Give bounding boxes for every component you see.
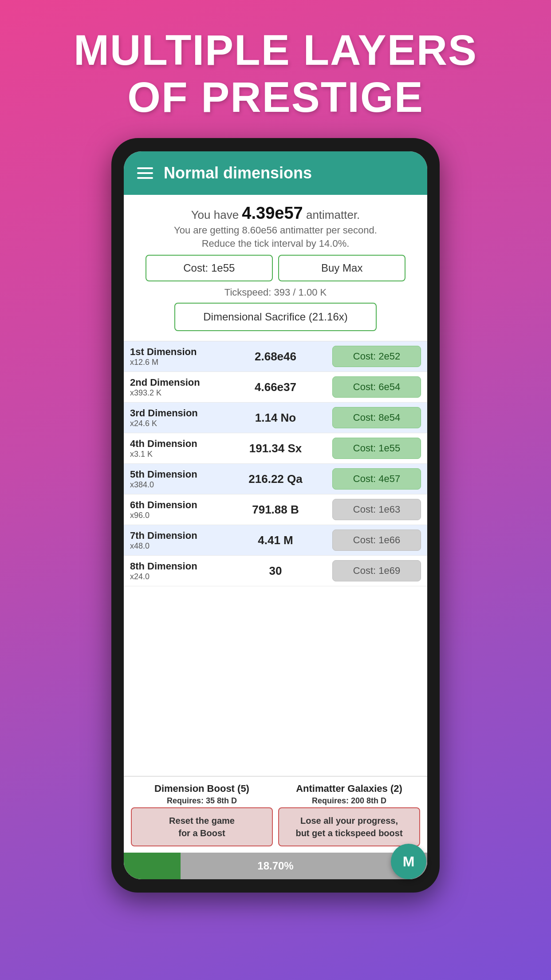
- dim-label: 2nd Dimension x393.2 K: [130, 377, 219, 398]
- boost-title: Dimension Boost (5): [154, 783, 249, 794]
- dim-cost-button[interactable]: Cost: 1e55: [332, 438, 421, 459]
- phone-screen: Normal dimensions You have 4.39e57 antim…: [124, 151, 427, 879]
- tickspeed-buttons: Cost: 1e55 Buy Max: [146, 255, 406, 281]
- phone-mockup: Normal dimensions You have 4.39e57 antim…: [111, 138, 440, 893]
- dim-amount: 4.41 M: [219, 533, 332, 547]
- headline-line1: MULTIPLE LAYERS: [74, 26, 477, 74]
- dim-mult: x24.6 K: [130, 419, 219, 428]
- dim-name: 8th Dimension: [130, 561, 219, 572]
- dim-cost-button[interactable]: Cost: 1e63: [332, 499, 421, 520]
- dim-mult: x3.1 K: [130, 450, 219, 459]
- progress-bar-section: 18.70%: [124, 853, 427, 879]
- dim-amount: 216.22 Qa: [219, 472, 332, 486]
- menu-icon[interactable]: [137, 167, 153, 179]
- dim-name: 5th Dimension: [130, 469, 219, 480]
- dim-amount: 30: [219, 564, 332, 578]
- progress-text: 18.70%: [124, 860, 427, 872]
- dim-cost-button[interactable]: Cost: 1e69: [332, 560, 421, 581]
- dim-cost-button[interactable]: Cost: 2e52: [332, 346, 421, 367]
- dim-name: 6th Dimension: [130, 499, 219, 511]
- dim-amount: 2.68e46: [219, 350, 332, 364]
- dim-mult: x393.2 K: [130, 388, 219, 398]
- dim-name: 1st Dimension: [130, 346, 219, 358]
- dim-cost-button[interactable]: Cost: 6e54: [332, 376, 421, 398]
- dim-label: 6th Dimension x96.0: [130, 499, 219, 520]
- dim-mult: x96.0: [130, 511, 219, 520]
- dim-cost-button[interactable]: Cost: 4e57: [332, 468, 421, 490]
- top-stats: You have 4.39e57 antimatter. You are get…: [124, 195, 427, 341]
- antimatter-line: You have 4.39e57 antimatter.: [131, 204, 420, 223]
- boost-card: Dimension Boost (5) Requires: 35 8th D R…: [131, 783, 273, 846]
- table-row: 5th Dimension x384.0 216.22 Qa Cost: 4e5…: [124, 464, 427, 494]
- dim-amount: 4.66e37: [219, 380, 332, 394]
- dim-label: 3rd Dimension x24.6 K: [130, 407, 219, 428]
- galaxy-button[interactable]: Lose all your progress,but get a tickspe…: [278, 807, 420, 846]
- dimensions-table: 1st Dimension x12.6 M 2.68e46 Cost: 2e52…: [124, 341, 427, 776]
- dim-amount: 191.34 Sx: [219, 442, 332, 455]
- dim-cost-button[interactable]: Cost: 8e54: [332, 407, 421, 428]
- dim-label: 7th Dimension x48.0: [130, 530, 219, 551]
- dim-name: 4th Dimension: [130, 438, 219, 450]
- antimatter-label: antimatter.: [306, 208, 360, 221]
- galaxy-title: Antimatter Galaxies (2): [296, 783, 402, 794]
- sacrifice-wrap: Dimensional Sacrifice (21.16x): [131, 303, 420, 331]
- galaxy-req: Requires: 200 8th D: [312, 796, 386, 806]
- dim-label: 8th Dimension x24.0: [130, 561, 219, 581]
- fab-button[interactable]: M: [391, 844, 426, 879]
- buy-max-button[interactable]: Buy Max: [278, 255, 405, 281]
- dim-mult: x48.0: [130, 541, 219, 551]
- headline: MULTIPLE LAYERS OF PRESTIGE: [47, 0, 504, 138]
- dim-label: 4th Dimension x3.1 K: [130, 438, 219, 459]
- dim-cost-button[interactable]: Cost: 1e66: [332, 530, 421, 551]
- table-row: 4th Dimension x3.1 K 191.34 Sx Cost: 1e5…: [124, 433, 427, 464]
- prestige-section: Dimension Boost (5) Requires: 35 8th D R…: [124, 776, 427, 853]
- dim-label: 1st Dimension x12.6 M: [130, 346, 219, 367]
- dim-mult: x384.0: [130, 480, 219, 490]
- tickspeed-info: Tickspeed: 393 / 1.00 K: [131, 287, 420, 298]
- dim-label: 5th Dimension x384.0: [130, 469, 219, 490]
- dim-name: 2nd Dimension: [130, 377, 219, 388]
- table-row: 1st Dimension x12.6 M 2.68e46 Cost: 2e52: [124, 341, 427, 372]
- content-area: You have 4.39e57 antimatter. You are get…: [124, 195, 427, 879]
- dim-mult: x12.6 M: [130, 358, 219, 367]
- table-row: 8th Dimension x24.0 30 Cost: 1e69: [124, 556, 427, 586]
- reduce-tick-text: Reduce the tick interval by 14.0%.: [131, 238, 420, 249]
- per-second-text: You are getting 8.60e56 antimatter per s…: [131, 225, 420, 236]
- antimatter-value: 4.39e57: [242, 204, 303, 222]
- table-row: 2nd Dimension x393.2 K 4.66e37 Cost: 6e5…: [124, 372, 427, 403]
- galaxy-card: Antimatter Galaxies (2) Requires: 200 8t…: [278, 783, 420, 846]
- boost-req: Requires: 35 8th D: [167, 796, 237, 806]
- you-have-label: You have: [191, 208, 239, 221]
- dim-mult: x24.0: [130, 572, 219, 581]
- headline-line2: OF PRESTIGE: [127, 73, 423, 121]
- table-row: 3rd Dimension x24.6 K 1.14 No Cost: 8e54: [124, 403, 427, 433]
- dim-amount: 1.14 No: [219, 411, 332, 425]
- dim-name: 3rd Dimension: [130, 407, 219, 419]
- app-bar: Normal dimensions: [124, 151, 427, 195]
- sacrifice-button[interactable]: Dimensional Sacrifice (21.16x): [174, 303, 377, 331]
- dim-name: 7th Dimension: [130, 530, 219, 541]
- dim-amount: 791.88 B: [219, 503, 332, 517]
- cost-button[interactable]: Cost: 1e55: [146, 255, 273, 281]
- table-row: 6th Dimension x96.0 791.88 B Cost: 1e63: [124, 494, 427, 525]
- boost-button[interactable]: Reset the gamefor a Boost: [131, 807, 273, 846]
- table-row: 7th Dimension x48.0 4.41 M Cost: 1e66: [124, 525, 427, 556]
- app-title: Normal dimensions: [164, 164, 312, 182]
